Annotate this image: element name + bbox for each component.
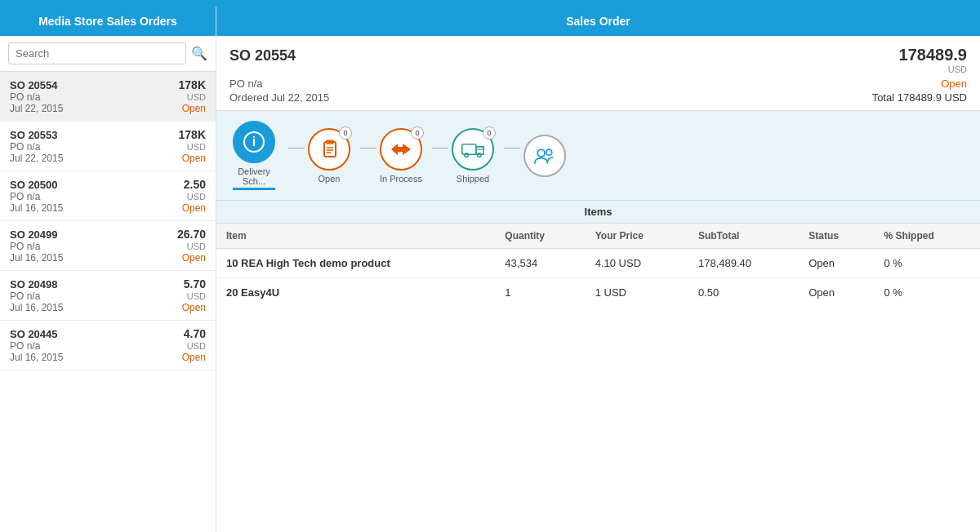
order-id: SO 20499 [10,228,58,241]
item-shipped-pct: 0 % [874,278,980,308]
order-currency: USD [187,92,206,102]
main-title: Sales Order [216,7,980,36]
order-detail: SO 20554 178489.9 USD PO n/a Open Ordere… [216,36,980,532]
order-date: Jul 16, 2015 [10,352,63,363]
workflow-step-in-process[interactable]: 0 In Process [380,128,422,184]
step-underline [233,188,275,190]
order-list-item[interactable]: SO 20445 4.70 PO n/a USD Jul 16, 2015 Op… [0,321,216,370]
item-status: Open [799,278,874,308]
detail-total: Total 178489.9 USD [872,91,967,104]
item-quantity: 1 [495,278,585,308]
step-icon-circle: 0 [308,128,350,171]
step-icon-circle: i [233,121,275,163]
order-detail-header: SO 20554 178489.9 USD PO n/a Open Ordere… [216,36,980,111]
order-date: Jul 22, 2015 [10,103,63,114]
order-list: SO 20554 178K PO n/a USD Jul 22, 2015 Op… [0,72,216,532]
order-list-item[interactable]: SO 20500 2.50 PO n/a USD Jul 16, 2015 Op… [0,171,216,221]
item-status: Open [799,249,874,278]
detail-status: Open [941,78,967,90]
table-column-header: SubTotal [688,224,799,249]
search-input[interactable] [8,42,186,64]
order-status: Open [182,352,206,363]
svg-marker-8 [401,145,409,153]
items-table: ItemQuantityYour PriceSubTotalStatus% Sh… [216,224,980,307]
step-icon-circle: 0 [380,128,422,171]
table-column-header: % Shipped [874,224,980,249]
order-currency: USD [187,291,206,301]
order-id: SO 20553 [10,129,58,141]
order-amount: 2.50 [184,178,206,191]
order-amount: 178K [179,78,206,91]
main-content: Sales Order SO 20554 178489.9 USD PO n/a… [216,7,980,532]
customers-icon [533,146,556,166]
detail-currency: USD [899,64,967,74]
table-row: 10 REA High Tech demo product 43,534 4.1… [216,249,980,278]
step-icon-circle: 0 [452,128,494,171]
order-amount: 5.70 [184,277,206,290]
order-currency: USD [187,341,206,351]
order-id: SO 20554 [10,79,58,91]
step-separator [432,148,448,149]
item-subtotal: 0.50 [688,278,799,308]
detail-order-id: SO 20554 [229,47,296,64]
workflow-bar: i Delivery Sch... 0 Open 0 In Process 0 … [216,111,980,201]
svg-text:i: i [252,135,256,149]
workflow-step-delivery-schedule[interactable]: i Delivery Sch... [229,121,278,190]
order-currency: USD [187,192,206,202]
info-icon: i [243,131,265,153]
top-bar [0,0,980,7]
order-date: Jul 16, 2015 [10,252,63,264]
item-subtotal: 178,489.40 [688,249,799,278]
svg-point-14 [537,149,545,157]
search-box: 🔍 [0,36,216,72]
step-separator [360,148,376,149]
step-label: Open [318,174,341,184]
step-label: Shipped [457,174,489,184]
order-po: PO n/a [10,340,40,352]
search-icon: 🔍 [191,46,207,61]
table-row: 20 Easy4U 1 1 USD 0.50 Open 0 % [216,278,980,308]
order-status: Open [182,153,206,164]
truck-icon [461,140,484,159]
order-status: Open [182,202,206,214]
workflow-step-shipped[interactable]: 0 Shipped [452,128,494,184]
order-list-item[interactable]: SO 20554 178K PO n/a USD Jul 22, 2015 Op… [0,72,216,122]
sidebar-title: Media Store Sales Orders [0,7,216,36]
item-price: 4.10 USD [586,249,688,278]
step-badge: 0 [411,126,424,140]
table-column-header: Status [799,224,874,249]
order-id: SO 20445 [10,328,58,340]
order-amount: 26.70 [177,228,206,241]
step-badge: 0 [339,126,352,140]
table-column-header: Item [216,224,495,249]
order-amount: 4.70 [184,327,206,340]
step-separator [288,148,305,149]
item-price: 1 USD [586,278,688,308]
svg-point-15 [546,149,552,155]
detail-amount: 178489.9 [899,46,967,64]
order-list-item[interactable]: SO 20498 5.70 PO n/a USD Jul 16, 2015 Op… [0,271,216,321]
workflow-step-open[interactable]: 0 Open [308,128,350,184]
items-section-header: Items [216,201,980,224]
order-list-item[interactable]: SO 20553 178K PO n/a USD Jul 22, 2015 Op… [0,122,216,171]
order-po: PO n/a [10,91,40,103]
item-quantity: 43,534 [495,249,585,278]
table-column-header: Your Price [586,224,688,249]
order-amount: 178K [179,128,206,141]
item-name: 20 Easy4U [216,278,495,308]
order-date: Jul 16, 2015 [10,302,63,313]
order-status: Open [182,103,206,114]
order-currency: USD [187,242,206,251]
order-date: Jul 22, 2015 [10,153,63,164]
step-label: Delivery Sch... [229,166,278,186]
order-list-item[interactable]: SO 20499 26.70 PO n/a USD Jul 16, 2015 O… [0,221,216,271]
order-po: PO n/a [10,141,40,153]
step-badge: 0 [483,126,496,140]
step-icon-circle [523,135,566,177]
step-label: In Process [380,174,422,184]
order-po: PO n/a [10,241,40,252]
detail-po: PO n/a [229,78,262,90]
order-status: Open [182,252,206,264]
order-id: SO 20498 [10,278,58,290]
workflow-step-customers[interactable] [523,135,566,177]
